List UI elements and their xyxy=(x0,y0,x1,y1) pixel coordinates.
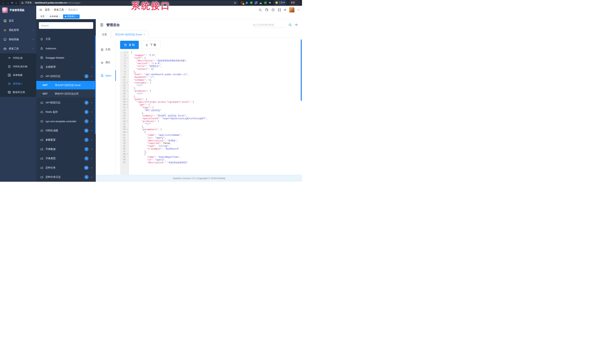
code-line: 28 ], xyxy=(120,126,297,128)
hamburger-icon[interactable] xyxy=(39,8,42,11)
search-icon[interactable] xyxy=(259,8,262,12)
language-toggle[interactable]: 中 xyxy=(295,23,298,27)
sidebar-item-home[interactable]: 首页 xyxy=(0,16,36,25)
swagger-item-redis[interactable]: Redis 监控2∨ xyxy=(36,107,96,117)
collapse-sidebar-icon[interactable] xyxy=(100,23,104,27)
extension-drop-icon[interactable] xyxy=(245,1,248,4)
doc-search-input[interactable] xyxy=(253,23,285,27)
doc-search-icon[interactable] xyxy=(289,23,292,27)
help-icon[interactable] xyxy=(272,8,275,12)
fold-icon[interactable]: ▾ xyxy=(126,106,129,109)
sidebar-item-infra[interactable]: 基础设施∨ xyxy=(0,35,36,44)
fold-icon[interactable]: ▾ xyxy=(126,128,129,131)
fold-icon[interactable]: ▾ xyxy=(126,120,129,123)
api-operation-op-export[interactable]: GET导出API 访问日志 Excel xyxy=(36,81,96,89)
fullscreen-icon[interactable] xyxy=(278,8,281,12)
extension-orange-icon[interactable]: 1 xyxy=(241,1,244,4)
fold-icon[interactable]: ▾ xyxy=(126,51,129,54)
fold-icon[interactable]: ▾ xyxy=(126,98,129,101)
breadcrumb-devtools[interactable]: 研发工具 xyxy=(54,8,64,12)
close-icon[interactable]: × xyxy=(77,15,78,17)
update-button[interactable]: 更新 ⋮ xyxy=(289,1,300,5)
swagger-item-dict-type[interactable]: 字典类型7∨ xyxy=(36,154,96,163)
extension-flower-icon[interactable]: ✱ xyxy=(268,1,272,4)
extension-leaf-icon[interactable] xyxy=(264,1,267,4)
sidebar-item-system[interactable]: ⚙系统管理∨ xyxy=(0,25,36,35)
count-badge: 10 xyxy=(84,166,88,169)
line-number: 8 xyxy=(120,71,126,73)
avatar-caret-icon[interactable] xyxy=(298,10,299,10)
mini-nav-文档[interactable]: 文档 xyxy=(96,43,115,56)
sidebar-item-db-doc[interactable]: 数据库文档 xyxy=(0,88,36,97)
api-operation-op-page[interactable]: GET获得API 访问日志分页 xyxy=(36,89,96,98)
tag-首页[interactable]: 首页 xyxy=(38,14,47,19)
user-avatar[interactable] xyxy=(289,7,294,13)
swagger-item-api-error-log[interactable]: API 错误日志3∨ xyxy=(36,98,96,107)
watermark: 系统接口 xyxy=(131,0,171,12)
home-icon[interactable]: ⌂ xyxy=(15,1,17,4)
breadcrumb-home[interactable]: 首页 xyxy=(45,8,50,12)
close-icon[interactable]: × xyxy=(144,33,145,36)
fold-icon[interactable]: ▾ xyxy=(126,101,129,103)
group-select[interactable]: default ∨ xyxy=(39,22,93,29)
sidebar-item-system-api[interactable]: 系统接口 xyxy=(0,79,36,88)
swagger-item-models[interactable]: Swagger Models xyxy=(36,53,96,62)
code-text: "host": "api-dashboard.yudao.iocoder.cn"… xyxy=(129,73,189,76)
fold-icon[interactable]: ▾ xyxy=(126,57,129,60)
code-text: "API 访问日志" xyxy=(129,109,161,112)
mini-nav-Open[interactable]: Open xyxy=(96,69,115,82)
swagger-item-doc-manage[interactable]: 文档管理∨ xyxy=(36,62,96,72)
home-icon xyxy=(40,38,43,40)
back-icon[interactable]: ← xyxy=(2,1,4,4)
grid4-icon xyxy=(8,74,11,77)
reload-icon[interactable]: ↻ xyxy=(11,1,13,4)
fold-icon[interactable]: ▾ xyxy=(126,131,129,134)
doc-tab-主页[interactable]: 主页 xyxy=(98,31,111,38)
swagger-item-api-access-log[interactable]: API 访问日志2∧ xyxy=(36,72,96,81)
swagger-item-sms-template[interactable]: sys-sms-template-controller7∨ xyxy=(36,117,96,126)
swagger-item-dict-data[interactable]: 字典数据7∨ xyxy=(36,145,96,154)
sidebar-item-form-builder[interactable]: 表单构建 xyxy=(0,71,36,79)
doc-tab-导出API 访问日志 Excel[interactable]: 导出API 访问日志 Excel× xyxy=(112,31,149,38)
tag-表单构建[interactable]: 表单构建× xyxy=(48,14,62,19)
font-size-icon[interactable]: tT xyxy=(284,9,286,11)
swagger-item-job-log[interactable]: 定时任务日志4∨ xyxy=(36,172,96,182)
mini-nav-调试[interactable]: 调试 xyxy=(96,56,115,69)
close-icon[interactable]: × xyxy=(59,15,60,17)
doc-header: 管理后台 中 xyxy=(96,19,302,31)
fold-icon[interactable]: ▾ xyxy=(126,90,129,92)
code-line: 36 "x-example": "dashboard" xyxy=(120,148,297,150)
forward-icon[interactable]: → xyxy=(7,1,9,4)
fold-spacer xyxy=(126,161,129,164)
code-line: 38▾ { xyxy=(120,153,297,156)
code-line: 5 "version": "1.0.0", xyxy=(120,62,297,65)
swagger-item-authorize[interactable]: Authorize xyxy=(36,44,96,53)
address-bar[interactable]: 不安全 dashboard.yudao.iocoder.cn/tool/swag… xyxy=(19,0,239,5)
extension-check-icon[interactable]: ✓ xyxy=(250,1,253,4)
download-button[interactable]: 下 载 xyxy=(141,41,160,49)
fold-icon[interactable]: ▾ xyxy=(126,153,129,156)
swagger-item-param-config[interactable]: 参数配置7∨ xyxy=(36,135,96,145)
code-text: "contact": {} xyxy=(129,68,154,71)
update-label: 更新 xyxy=(291,1,295,4)
swagger-item-codegen[interactable]: 代码生成器11∨ xyxy=(36,126,96,135)
copy-button[interactable]: 复 制 xyxy=(120,41,139,49)
page-scrollbar[interactable] xyxy=(301,39,302,101)
fold-spacer xyxy=(126,62,129,65)
fold-icon[interactable]: ▾ xyxy=(126,103,129,106)
extension-squares-icon[interactable] xyxy=(255,1,258,4)
doc-footer: Apache License 2.0 | Copyright © 2019-Kn… xyxy=(96,175,302,182)
swagger-item-home[interactable]: 主页 xyxy=(36,34,96,44)
app-logo[interactable]: 芋道管理系统 xyxy=(0,6,36,15)
tag-系统接口[interactable]: 系统接口× xyxy=(63,14,80,19)
fold-spacer xyxy=(126,95,129,98)
sidebar-item-devtools[interactable]: 研发工具∧ xyxy=(0,44,36,53)
github-icon[interactable] xyxy=(265,8,268,12)
swagger-item-job[interactable]: 定时任务10∨ xyxy=(36,163,96,172)
sidebar-item-codegen[interactable]: </>代码生成 xyxy=(0,54,36,62)
fold-icon[interactable]: ▾ xyxy=(126,81,129,84)
bookmark-star-icon[interactable] xyxy=(234,1,236,4)
extension-gm-icon[interactable]: GM xyxy=(259,1,262,4)
paused-button[interactable]: 已暂停 xyxy=(274,1,287,5)
sidebar-item-codegen-demo[interactable]: 代码生成示例 xyxy=(0,62,36,71)
